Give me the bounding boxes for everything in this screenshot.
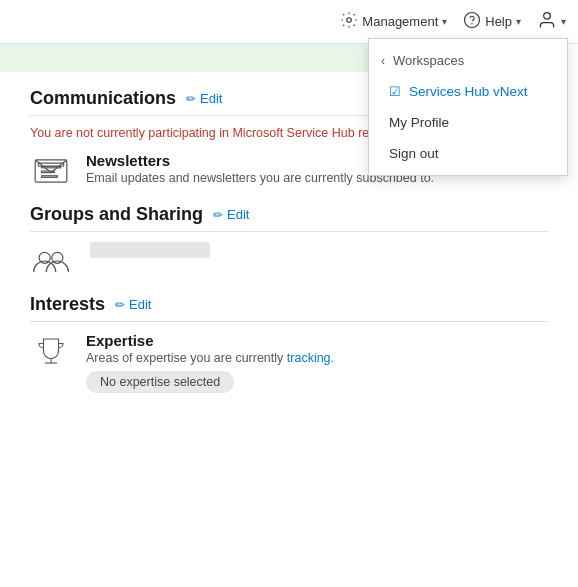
groups-icon [30, 242, 72, 280]
user-nav[interactable]: ▾ [537, 10, 566, 33]
communications-edit-label: Edit [200, 91, 222, 106]
groups-edit-pencil-icon: ✏ [213, 208, 223, 222]
help-nav[interactable]: Help ▾ [463, 11, 521, 32]
groups-item [30, 242, 548, 280]
green-banner [0, 44, 405, 72]
management-chevron: ▾ [442, 16, 447, 27]
interests-divider [30, 321, 548, 322]
expertise-text: Expertise Areas of expertise you are cur… [86, 332, 334, 393]
groups-edit-link[interactable]: ✏ Edit [213, 207, 249, 222]
interests-edit-pencil-icon: ✏ [115, 298, 125, 312]
interests-title: Interests [30, 294, 105, 315]
user-icon [537, 10, 557, 33]
groups-header: Groups and Sharing ✏ Edit [30, 204, 548, 225]
help-chevron: ▾ [516, 16, 521, 27]
groups-blurred-content [90, 242, 210, 258]
groups-title: Groups and Sharing [30, 204, 203, 225]
dropdown-services-hub[interactable]: ☑ Services Hub vNext [369, 76, 567, 107]
dropdown-my-profile[interactable]: My Profile [369, 107, 567, 138]
svg-point-3 [544, 13, 551, 20]
interests-edit-link[interactable]: ✏ Edit [115, 297, 151, 312]
user-dropdown-menu: ‹ Workspaces ☑ Services Hub vNext My Pro… [368, 38, 568, 176]
tracking-link[interactable]: tracking. [287, 351, 334, 365]
expertise-title: Expertise [86, 332, 334, 349]
management-nav[interactable]: Management ▾ [340, 11, 447, 32]
dropdown-sign-out[interactable]: Sign out [369, 138, 567, 169]
groups-section: Groups and Sharing ✏ Edit [30, 204, 548, 280]
groups-edit-label: Edit [227, 207, 249, 222]
workspaces-label: Workspaces [393, 53, 464, 68]
interests-edit-label: Edit [129, 297, 151, 312]
expertise-item: Expertise Areas of expertise you are cur… [30, 332, 548, 393]
groups-divider [30, 231, 548, 232]
edit-pencil-icon: ✏ [186, 92, 196, 106]
trophy-icon [30, 332, 72, 370]
interests-header: Interests ✏ Edit [30, 294, 548, 315]
expertise-description: Areas of expertise you are currently tra… [86, 351, 334, 365]
management-label: Management [362, 14, 438, 29]
check-icon: ☑ [389, 84, 401, 99]
sign-out-label: Sign out [389, 146, 439, 161]
dropdown-workspaces[interactable]: ‹ Workspaces [369, 45, 567, 76]
my-profile-label: My Profile [389, 115, 449, 130]
help-icon [463, 11, 481, 32]
back-arrow-icon: ‹ [381, 54, 385, 68]
communications-title: Communications [30, 88, 176, 109]
gear-icon [340, 11, 358, 32]
svg-point-1 [465, 13, 480, 28]
services-hub-label: Services Hub vNext [409, 84, 528, 99]
svg-point-0 [347, 18, 352, 23]
no-expertise-badge: No expertise selected [86, 371, 234, 393]
newsletter-icon [30, 152, 72, 190]
svg-rect-7 [42, 176, 58, 178]
communications-edit-link[interactable]: ✏ Edit [186, 91, 222, 106]
help-label: Help [485, 14, 512, 29]
user-chevron: ▾ [561, 16, 566, 27]
interests-section: Interests ✏ Edit Expertise A [30, 294, 548, 393]
